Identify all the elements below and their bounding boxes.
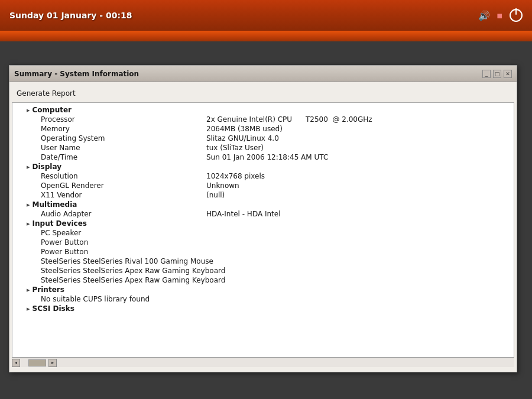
close-button[interactable]: ✕ <box>504 70 512 78</box>
label-x11vendor: X11 Vendor <box>41 191 206 199</box>
panel-right: 🔊 ■ <box>478 9 523 22</box>
scroll-thumb[interactable] <box>28 359 46 366</box>
section-multimedia[interactable]: ▸Multimedia <box>12 200 514 209</box>
row-resolution: Resolution 1024x768 pixels <box>12 171 514 181</box>
section-display[interactable]: ▸Display <box>12 162 514 171</box>
value-datetime: Sun 01 Jan 2006 12:18:45 AM UTC <box>206 153 328 161</box>
row-x11vendor: X11 Vendor (null) <box>12 190 514 200</box>
value-username: tux (SliTaz User) <box>206 144 264 152</box>
label-pcspeaker: PC Speaker <box>41 229 206 237</box>
tree-area[interactable]: ▸Computer Processor 2x Genuine Intel(R) … <box>12 102 514 358</box>
generate-report-label: Generate Report <box>17 89 76 98</box>
value-resolution: 1024x768 pixels <box>206 172 265 180</box>
row-keyboard1: SteelSeries SteelSeries Apex Raw Gaming … <box>12 266 514 275</box>
orange-bar <box>0 31 532 41</box>
arrow-scsi: ▸ <box>27 305 30 313</box>
arrow-printers: ▸ <box>27 286 30 294</box>
label-resolution: Resolution <box>41 172 206 180</box>
row-nocups: No suitable CUPS library found <box>12 294 514 304</box>
tree-content: ▸Computer Processor 2x Genuine Intel(R) … <box>12 103 514 316</box>
row-powerbutton1: Power Button <box>12 238 514 247</box>
row-keyboard2: SteelSeries SteelSeries Apex Raw Gaming … <box>12 275 514 285</box>
arrow-multimedia: ▸ <box>27 201 30 209</box>
generate-report-bar: Generate Report <box>9 87 517 102</box>
section-display-label: ▸Display <box>27 163 192 171</box>
restore-button[interactable]: □ <box>493 70 501 78</box>
row-opengl: OpenGL Renderer Unknown <box>12 181 514 190</box>
section-input-label: ▸Input Devices <box>27 219 192 228</box>
section-scsi-label: ▸SCSI Disks <box>27 304 192 313</box>
label-os: Operating System <box>41 134 206 142</box>
window-controls: _ □ ✕ <box>482 70 512 78</box>
value-processor: 2x Genuine Intel(R) CPU T2500 @ 2.00GHz <box>206 115 372 124</box>
label-opengl: OpenGL Renderer <box>41 181 206 190</box>
arrow-computer: ▸ <box>27 106 30 114</box>
label-processor: Processor <box>41 115 206 124</box>
clock-date: Sunday 01 January - 00:18 <box>9 11 132 20</box>
window-content: Generate Report ▸Computer Processor 2x G… <box>9 82 517 372</box>
row-pcspeaker: PC Speaker <box>12 228 514 238</box>
power-button[interactable] <box>510 9 523 22</box>
label-datetime: Date/Time <box>41 153 206 161</box>
row-powerbutton2: Power Button <box>12 247 514 257</box>
window-title: Summary - System Information <box>14 70 139 78</box>
value-audio: HDA-Intel - HDA Intel <box>206 210 281 218</box>
label-keyboard2: SteelSeries SteelSeries Apex Raw Gaming … <box>41 276 336 284</box>
arrow-display: ▸ <box>27 163 30 171</box>
scroll-right-button[interactable]: ▸ <box>48 359 57 367</box>
scroll-left-button[interactable]: ◂ <box>12 359 20 367</box>
value-opengl: Unknown <box>206 181 239 190</box>
horizontal-scrollbar[interactable]: ◂ ▸ <box>12 358 514 367</box>
row-mouse: SteelSeries SteelSeries Rival 100 Gaming… <box>12 257 514 266</box>
top-panel: Sunday 01 January - 00:18 🔊 ■ <box>0 0 532 31</box>
row-os: Operating System Slitaz GNU/Linux 4.0 <box>12 134 514 143</box>
label-mouse: SteelSeries SteelSeries Rival 100 Gaming… <box>41 257 336 265</box>
row-audio: Audio Adapter HDA-Intel - HDA Intel <box>12 209 514 219</box>
section-input[interactable]: ▸Input Devices <box>12 219 514 228</box>
row-memory: Memory 2064MB (38MB used) <box>12 124 514 134</box>
label-audio: Audio Adapter <box>41 210 206 218</box>
label-username: User Name <box>41 144 206 152</box>
window-titlebar: Summary - System Information _ □ ✕ <box>9 66 517 82</box>
label-keyboard1: SteelSeries SteelSeries Apex Raw Gaming … <box>41 267 336 275</box>
section-computer-label: ▸Computer <box>27 106 192 114</box>
section-multimedia-label: ▸Multimedia <box>27 200 192 209</box>
label-memory: Memory <box>41 125 206 133</box>
section-printers-label: ▸Printers <box>27 286 192 294</box>
arrow-input: ▸ <box>27 220 30 228</box>
volume-icon[interactable]: 🔊 <box>478 10 490 21</box>
value-x11vendor: (null) <box>206 191 225 199</box>
row-datetime: Date/Time Sun 01 Jan 2006 12:18:45 AM UT… <box>12 153 514 162</box>
system-info-window: Summary - System Information _ □ ✕ Gener… <box>9 65 517 372</box>
panel-left: Sunday 01 January - 00:18 <box>9 11 132 20</box>
section-computer[interactable]: ▸Computer <box>12 105 514 115</box>
minimize-button[interactable]: _ <box>482 70 491 78</box>
value-memory: 2064MB (38MB used) <box>206 125 283 133</box>
label-powerbutton1: Power Button <box>41 238 206 246</box>
row-username: User Name tux (SliTaz User) <box>12 143 514 153</box>
section-scsi[interactable]: ▸SCSI Disks <box>12 304 514 313</box>
row-processor: Processor 2x Genuine Intel(R) CPU T2500 … <box>12 115 514 124</box>
record-icon: ■ <box>497 12 502 19</box>
desktop: Sunday 01 January - 00:18 🔊 ■ Summary - … <box>0 0 532 399</box>
label-nocups: No suitable CUPS library found <box>41 295 277 303</box>
value-os: Slitaz GNU/Linux 4.0 <box>206 134 279 142</box>
label-powerbutton2: Power Button <box>41 248 206 256</box>
section-printers[interactable]: ▸Printers <box>12 285 514 294</box>
